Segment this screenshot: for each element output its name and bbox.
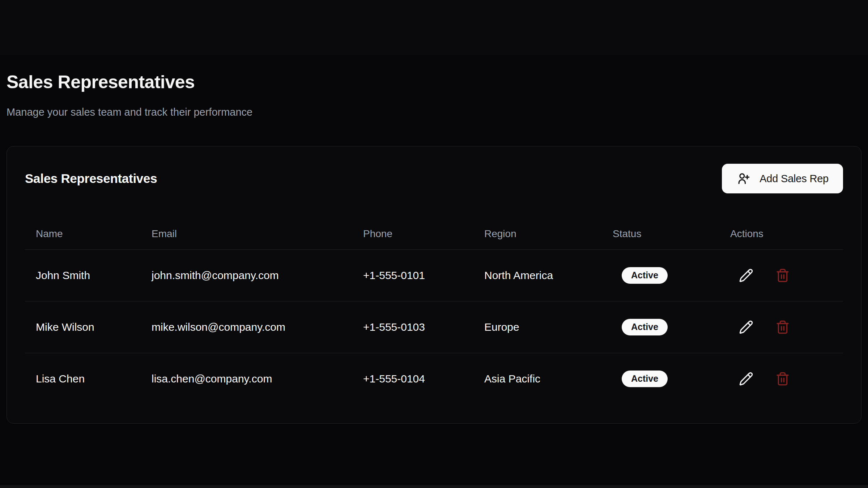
column-header-status: Status: [602, 218, 719, 249]
column-header-phone: Phone: [352, 218, 473, 249]
table-row: Mike Wilson mike.wilson@company.com +1-5…: [25, 301, 843, 353]
bottom-edge-bar: [0, 485, 868, 488]
user-plus-icon: [736, 172, 750, 185]
column-header-actions: Actions: [719, 218, 843, 249]
add-sales-rep-label: Add Sales Rep: [760, 173, 829, 185]
rep-region: North America: [473, 249, 602, 301]
column-header-name: Name: [25, 218, 141, 249]
delete-button[interactable]: [775, 319, 791, 335]
card-title: Sales Representatives: [25, 171, 157, 186]
rep-phone: +1-555-0104: [352, 353, 473, 404]
rep-actions-cell: [719, 301, 843, 353]
rep-status-cell: Active: [602, 353, 719, 404]
rep-email: john.smith@company.com: [141, 249, 352, 301]
edit-button[interactable]: [738, 267, 754, 283]
main-content: Sales Representatives Manage your sales …: [0, 0, 868, 424]
rep-phone: +1-555-0103: [352, 301, 473, 353]
edit-button[interactable]: [738, 319, 754, 335]
rep-region: Asia Pacific: [473, 353, 602, 404]
delete-button[interactable]: [775, 267, 791, 283]
rep-name: John Smith: [25, 249, 141, 301]
rep-region: Europe: [473, 301, 602, 353]
rep-status-cell: Active: [602, 301, 719, 353]
table-row: Lisa Chen lisa.chen@company.com +1-555-0…: [25, 353, 843, 404]
trash-icon: [775, 268, 790, 283]
rep-email: lisa.chen@company.com: [141, 353, 352, 404]
table-header-row: Name Email Phone Region Status Actions: [25, 218, 843, 249]
rep-actions-cell: [719, 249, 843, 301]
delete-button[interactable]: [775, 371, 791, 387]
pencil-icon: [739, 268, 753, 283]
sales-reps-table: Name Email Phone Region Status Actions J…: [25, 218, 843, 404]
rep-status-cell: Active: [602, 249, 719, 301]
pencil-icon: [739, 320, 753, 334]
rep-actions-cell: [719, 353, 843, 404]
page-title: Sales Representatives: [7, 0, 861, 93]
rep-phone: +1-555-0101: [352, 249, 473, 301]
status-badge: Active: [622, 371, 668, 387]
sales-reps-card: Sales Representatives Add Sales Rep: [7, 146, 861, 424]
rep-name: Mike Wilson: [25, 301, 141, 353]
page-subtitle: Manage your sales team and track their p…: [7, 106, 861, 119]
trash-icon: [775, 320, 790, 334]
status-badge: Active: [622, 319, 668, 335]
rep-name: Lisa Chen: [25, 353, 141, 404]
edit-button[interactable]: [738, 371, 754, 387]
status-badge: Active: [622, 267, 668, 284]
rep-email: mike.wilson@company.com: [141, 301, 352, 353]
pencil-icon: [739, 372, 753, 386]
column-header-email: Email: [141, 218, 352, 249]
trash-icon: [775, 372, 790, 386]
table-row: John Smith john.smith@company.com +1-555…: [25, 249, 843, 301]
column-header-region: Region: [473, 218, 602, 249]
card-header: Sales Representatives Add Sales Rep: [25, 163, 843, 194]
add-sales-rep-button[interactable]: Add Sales Rep: [722, 164, 843, 193]
